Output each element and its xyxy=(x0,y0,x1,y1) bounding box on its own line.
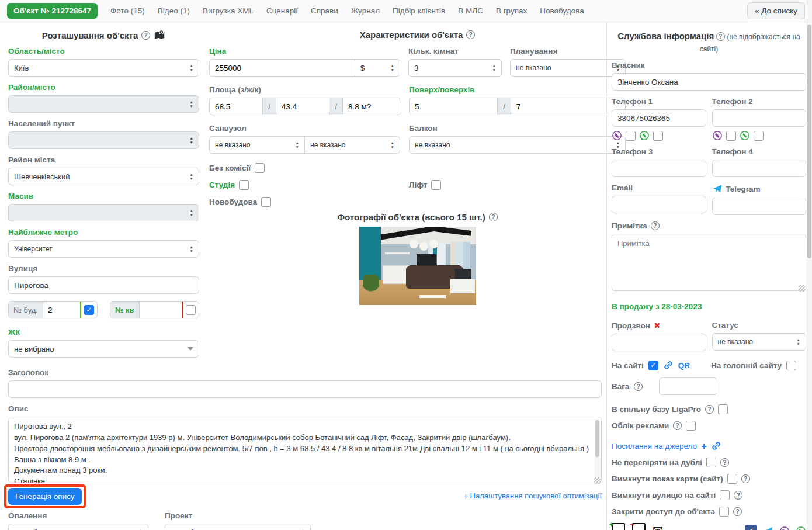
help-icon[interactable] xyxy=(720,458,729,467)
zhk-select[interactable]: не вибрано xyxy=(8,340,199,358)
phone2-viber-checkbox[interactable] xyxy=(726,131,736,141)
generate-description-button[interactable]: Генерація опису xyxy=(8,488,82,505)
area-total-input[interactable] xyxy=(210,98,262,115)
tab-tasks[interactable]: Справи xyxy=(311,6,338,15)
resize-handle-icon[interactable] xyxy=(594,477,601,484)
page-scrollbar-thumb[interactable] xyxy=(807,25,811,258)
clear-prodzvon-icon[interactable]: ✖ xyxy=(654,321,661,330)
tab-client-matching[interactable]: Підбір клієнтів xyxy=(393,6,445,15)
help-icon[interactable] xyxy=(489,213,498,221)
add-source-icon[interactable]: + xyxy=(701,441,707,451)
object-number-badge[interactable]: Об'єкт № 212728647 xyxy=(7,3,98,19)
phone1-whatsapp-checkbox[interactable] xyxy=(653,131,663,141)
ligapro-checkbox[interactable] xyxy=(718,404,728,414)
viber-icon[interactable] xyxy=(779,526,790,530)
balcony-select[interactable]: не вказано xyxy=(409,136,626,154)
disable-street-checkbox[interactable] xyxy=(720,490,730,500)
elevator-checkbox[interactable] xyxy=(431,180,441,190)
object-photo[interactable] xyxy=(359,227,476,305)
metro-select[interactable]: Університет xyxy=(8,240,199,258)
building-number-input[interactable] xyxy=(43,302,80,318)
phone2-input[interactable] xyxy=(712,109,807,127)
on-site-checkbox[interactable] xyxy=(648,361,658,370)
oblast-select[interactable]: Київ xyxy=(8,59,199,77)
description-scrollbar-thumb[interactable] xyxy=(595,420,599,457)
help-icon[interactable] xyxy=(741,474,750,483)
help-icon[interactable] xyxy=(651,221,660,230)
no-commission-checkbox[interactable] xyxy=(255,163,265,173)
tab-groups[interactable]: В групах xyxy=(496,6,527,15)
status-select[interactable]: не вказано xyxy=(712,333,807,351)
masyv-select[interactable] xyxy=(8,204,199,221)
pdf-add-icon[interactable]: + xyxy=(612,523,625,530)
help-icon[interactable] xyxy=(141,31,150,40)
phone3-input[interactable] xyxy=(612,160,706,177)
resize-handle-icon[interactable] xyxy=(799,285,805,292)
tab-journal[interactable]: Журнал xyxy=(351,6,380,15)
back-to-list-button[interactable]: « До списку xyxy=(747,2,805,19)
tab-scenarios[interactable]: Сценарії xyxy=(266,6,298,15)
help-icon[interactable] xyxy=(634,382,643,391)
studio-checkbox[interactable] xyxy=(239,180,249,190)
telegram-icon[interactable] xyxy=(763,526,773,530)
tab-new-building[interactable]: Новобудова xyxy=(540,6,584,15)
apartment-number-input[interactable] xyxy=(140,302,182,318)
floor-input[interactable] xyxy=(410,98,497,115)
heating-select[interactable]: не вибрано xyxy=(8,524,148,530)
tab-video[interactable]: Відео (1) xyxy=(158,6,190,15)
building-checkbox[interactable] xyxy=(84,305,94,315)
pdf-remove-icon[interactable]: − xyxy=(632,523,646,530)
description-textarea[interactable]: Пирогова вул., 2 вул. Пирогова 2 (пам'ят… xyxy=(8,417,602,483)
source-link[interactable]: Посилання на джерело xyxy=(612,442,697,451)
whatsapp-icon[interactable] xyxy=(796,526,806,530)
rooms-select[interactable]: 3 xyxy=(408,59,502,77)
map-icon[interactable] xyxy=(154,30,165,40)
no-dupe-check-checkbox[interactable] xyxy=(706,458,716,467)
description-scrollbar[interactable] xyxy=(595,419,600,483)
tab-xml-export[interactable]: Вигрузка XML xyxy=(203,6,254,15)
rayon-city-select[interactable] xyxy=(8,95,199,113)
phone1-viber-checkbox[interactable] xyxy=(626,131,636,141)
on-main-site-checkbox[interactable] xyxy=(786,361,796,370)
site-link-icon[interactable] xyxy=(663,360,674,370)
owner-input[interactable] xyxy=(612,73,806,91)
heading-input[interactable] xyxy=(8,380,602,398)
weight-input[interactable] xyxy=(659,377,717,395)
help-icon[interactable] xyxy=(673,421,682,430)
apartment-checkbox[interactable] xyxy=(186,305,196,315)
close-access-checkbox[interactable] xyxy=(719,507,729,517)
disable-map-checkbox[interactable] xyxy=(727,474,737,484)
seo-settings-link[interactable]: + Налаштування пошукової оптимізації xyxy=(463,491,602,500)
note-textarea[interactable] xyxy=(612,234,806,291)
email-input[interactable] xyxy=(612,196,706,213)
tab-photos[interactable]: Фото (15) xyxy=(110,6,145,15)
area-kitchen-input[interactable] xyxy=(343,98,401,115)
ad-accounting-checkbox[interactable] xyxy=(686,421,696,431)
prodzvon-input[interactable] xyxy=(612,334,706,351)
telegram-input[interactable] xyxy=(712,198,807,215)
help-icon[interactable] xyxy=(705,405,714,414)
currency-select[interactable]: $ xyxy=(355,60,400,76)
help-icon[interactable] xyxy=(733,507,742,516)
area-living-input[interactable] xyxy=(276,98,329,115)
settlement-select[interactable] xyxy=(8,131,199,149)
source-chain-icon[interactable] xyxy=(711,441,721,451)
facebook-icon[interactable] xyxy=(745,525,757,530)
email-envelope-icon[interactable]: ✉ xyxy=(653,525,663,530)
new-building-checkbox[interactable] xyxy=(261,197,271,207)
phone2-whatsapp-checkbox[interactable] xyxy=(754,131,764,141)
project-select[interactable]: не вибрано xyxy=(165,524,311,530)
help-icon[interactable] xyxy=(734,491,742,500)
bathroom-type-select[interactable]: не вказано xyxy=(304,137,400,153)
page-scrollbar[interactable] xyxy=(807,0,812,530)
qr-link[interactable]: QR xyxy=(678,361,690,370)
city-district-select[interactable]: Шевченківський xyxy=(8,168,199,185)
tab-mls[interactable]: В МЛС xyxy=(458,6,483,15)
phone1-input[interactable] xyxy=(612,109,706,127)
bathroom-count-select[interactable]: не вказано xyxy=(210,137,304,153)
price-input[interactable] xyxy=(210,60,355,76)
street-input[interactable] xyxy=(8,276,199,294)
help-icon[interactable] xyxy=(716,32,725,41)
help-icon[interactable] xyxy=(466,30,475,39)
phone4-input[interactable] xyxy=(712,160,807,177)
